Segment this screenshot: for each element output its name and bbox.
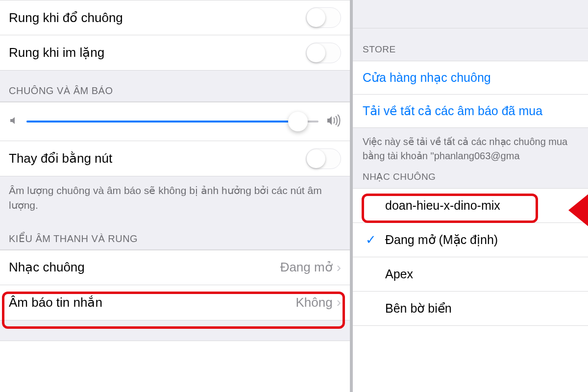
volume-slider-row[interactable]: [0, 102, 350, 141]
tone-store-link[interactable]: Cửa hàng nhạc chuông: [353, 61, 588, 95]
vibrate-on-silent-toggle[interactable]: [306, 43, 341, 63]
ringtone-option-custom-label: doan-hieu-x-dino-mix: [385, 198, 500, 213]
vibrate-on-ring-toggle[interactable]: [306, 7, 341, 28]
ringtone-option-label: Apex: [385, 267, 413, 281]
download-all-link[interactable]: Tải về tất cả các âm báo đã mua: [353, 95, 588, 128]
ringtone-option-default[interactable]: ✓ Đang mở (Mặc định): [353, 223, 588, 257]
change-with-buttons-toggle[interactable]: [306, 148, 341, 169]
speaker-high-icon: [326, 114, 341, 129]
download-all-label: Tải về tất cả các âm báo đã mua: [363, 104, 542, 118]
ringtone-section-header: NHẠC CHUÔNG: [353, 167, 588, 189]
chevron-right-icon: ›: [337, 260, 341, 275]
speaker-low-icon: [9, 116, 19, 127]
volume-note: Âm lượng chuông và âm báo sẽ không bị ản…: [0, 176, 350, 222]
store-section-header: STORE: [353, 28, 588, 61]
vibrate-on-ring-label: Rung khi đổ chuông: [9, 10, 306, 25]
ringtone-option-label: Bên bờ biển: [385, 301, 452, 316]
download-note: Việc này sẽ tải về tất cả các nhạc chuôn…: [353, 128, 588, 167]
texttone-row[interactable]: Âm báo tin nhắn Không ›: [0, 285, 350, 320]
annotation-arrow-icon: [568, 194, 588, 227]
volume-slider[interactable]: [26, 121, 318, 122]
checkmark-icon: ✓: [366, 232, 385, 247]
ringtone-option-default-label: Đang mở (Mặc định): [385, 233, 498, 247]
ringtone-option-custom[interactable]: doan-hieu-x-dino-mix: [353, 189, 588, 223]
sound-patterns-section-header: KIỂU ÂM THANH VÀ RUNG: [0, 222, 350, 250]
texttone-label: Âm báo tin nhắn: [9, 295, 295, 310]
ringtone-option[interactable]: Bên bờ biển: [353, 292, 588, 326]
ringtone-row[interactable]: Nhạc chuông Đang mở ›: [0, 250, 350, 285]
ringtone-option[interactable]: Apex: [353, 257, 588, 292]
ringer-section-header: CHUÔNG VÀ ÂM BÁO: [0, 71, 350, 102]
sounds-settings-screen: Rung khi đổ chuông Rung khi im lặng CHUÔ…: [0, 0, 353, 392]
change-with-buttons-row[interactable]: Thay đổi bằng nút: [0, 141, 350, 176]
ringtone-picker-screen: STORE Cửa hàng nhạc chuông Tải về tất cả…: [353, 0, 588, 392]
ringtone-value: Đang mở: [280, 260, 333, 275]
vibrate-on-silent-row[interactable]: Rung khi im lặng: [0, 35, 350, 71]
vibrate-on-ring-row[interactable]: Rung khi đổ chuông: [0, 0, 350, 35]
chevron-right-icon: ›: [337, 294, 341, 310]
texttone-value: Không: [295, 295, 332, 310]
vibrate-on-silent-label: Rung khi im lặng: [9, 45, 306, 60]
ringtone-label: Nhạc chuông: [9, 260, 280, 275]
tone-store-label: Cửa hàng nhạc chuông: [363, 71, 491, 85]
change-with-buttons-label: Thay đổi bằng nút: [9, 151, 306, 166]
